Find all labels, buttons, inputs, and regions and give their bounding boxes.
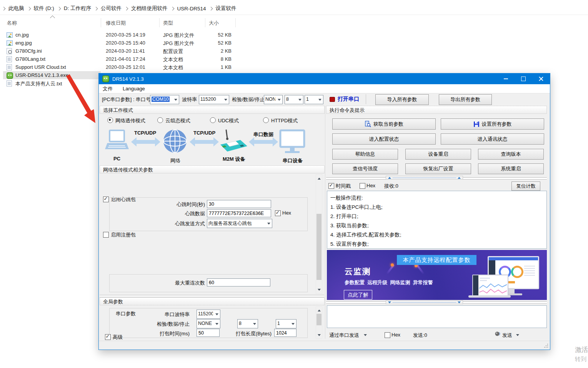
- radio-mode-udc-label[interactable]: UDC模式: [218, 117, 239, 124]
- send-hex-checkbox[interactable]: [385, 332, 390, 338]
- radio-mode-udc[interactable]: [210, 117, 216, 123]
- databits-combobox[interactable]: 8: [285, 95, 303, 104]
- advanced-checkbox[interactable]: [105, 334, 111, 340]
- chevron-down-icon[interactable]: [266, 219, 272, 228]
- send-input-area[interactable]: [327, 305, 547, 328]
- close-button[interactable]: [532, 73, 550, 84]
- collapse-handle[interactable]: [386, 300, 463, 304]
- global-baud-combobox[interactable]: 115200: [197, 310, 220, 319]
- scrollbar-thumb[interactable]: [316, 314, 321, 325]
- system-restart-button[interactable]: 系统重启: [478, 163, 544, 174]
- breadcrumb-item[interactable]: USR-DR514: [177, 6, 206, 12]
- radio-mode-cloud-label[interactable]: 云组态模式: [165, 117, 190, 124]
- timestamp-checkbox-label[interactable]: 时间戳: [336, 183, 351, 190]
- chevron-down-icon[interactable]: [252, 320, 258, 328]
- chevron-down-icon[interactable]: [214, 310, 220, 318]
- recv-hex-checkbox[interactable]: [360, 183, 365, 189]
- chevron-down-icon[interactable]: [317, 95, 323, 104]
- hb-time-input[interactable]: [207, 200, 271, 208]
- help-info-button[interactable]: 帮助信息: [332, 149, 398, 160]
- log-line: 5. 设置所有参数;: [330, 240, 543, 249]
- column-header-type[interactable]: 类型: [163, 20, 173, 27]
- chevron-down-icon[interactable]: [276, 95, 282, 104]
- scroll-down-icon[interactable]: [316, 286, 322, 293]
- send-via-label[interactable]: 通过串口发送: [329, 332, 359, 339]
- file-type: 文本文档: [163, 56, 183, 63]
- radio-mode-cloud[interactable]: [157, 117, 163, 123]
- reset-counter-button[interactable]: 复位计数: [511, 182, 540, 191]
- global-parity-combobox[interactable]: NONE: [197, 319, 220, 328]
- register-checkbox[interactable]: [103, 232, 109, 238]
- set-params-button[interactable]: 设置所有参数: [441, 118, 544, 130]
- column-divider[interactable]: [159, 18, 160, 27]
- collapse-handle[interactable]: [386, 176, 463, 180]
- export-params-button[interactable]: 导出所有参数: [439, 94, 492, 105]
- parity-combobox[interactable]: NONI: [264, 95, 283, 104]
- column-header-size[interactable]: 大小: [209, 20, 219, 27]
- promo-banner[interactable]: 本产品支持远程配置参数 云监测 参数配置 远程升级 网络监测 异常报警 点此了解: [327, 250, 547, 300]
- import-params-button[interactable]: 导入所有参数: [375, 94, 429, 105]
- factory-reset-button[interactable]: 恢复出厂设置: [405, 163, 471, 174]
- enter-config-button[interactable]: 进入配置状态: [332, 133, 436, 145]
- packtime-input[interactable]: [197, 329, 220, 337]
- radio-mode-transparent-label[interactable]: 网络透传模式: [115, 117, 145, 124]
- scroll-up-icon[interactable]: [316, 307, 322, 313]
- enter-comm-button[interactable]: 进入通讯状态: [441, 133, 544, 145]
- reconnect-input[interactable]: [207, 278, 270, 286]
- global-parity-label: 检验/数据/停止: [145, 321, 190, 328]
- register-checkbox-label[interactable]: 启用注册包: [111, 231, 136, 238]
- receive-log[interactable]: 一般操作流程: 1. 设备连PC串口,上电; 2. 打开串口; 3. 获取当前参…: [327, 191, 547, 249]
- radio-mode-httpd[interactable]: [263, 117, 269, 123]
- maximize-button[interactable]: [515, 73, 532, 84]
- device-restart-button[interactable]: 设备重启: [405, 149, 471, 160]
- send-dropdown-icon[interactable]: [516, 334, 519, 336]
- toolbar-divider: [366, 94, 366, 104]
- global-parity-value: NONE: [198, 321, 213, 326]
- menu-language[interactable]: Language: [123, 86, 145, 92]
- packlen-input[interactable]: [274, 329, 296, 337]
- params-scrollbar[interactable]: [316, 174, 322, 294]
- hb-mode-combobox[interactable]: 向服务器发送心跳包: [207, 219, 272, 228]
- global-databits-combobox[interactable]: 8: [237, 319, 258, 328]
- chevron-down-icon[interactable]: [223, 95, 229, 104]
- scroll-up-icon[interactable]: [316, 175, 322, 182]
- scroll-down-icon[interactable]: [316, 332, 322, 338]
- global-stopbits-combobox[interactable]: 1: [276, 319, 296, 328]
- scrollbar-thumb[interactable]: [316, 214, 321, 280]
- chevron-down-icon[interactable]: [214, 320, 220, 328]
- get-params-button[interactable]: 获取当前参数: [332, 118, 436, 130]
- heartbeat-checkbox[interactable]: [103, 196, 109, 202]
- signal-strength-button[interactable]: 查信号强度: [332, 163, 398, 174]
- open-port-button[interactable]: 打开串口: [330, 95, 364, 103]
- breadcrumb-item[interactable]: 设置软件: [216, 5, 237, 12]
- send-hex-label[interactable]: Hex: [391, 332, 400, 338]
- query-version-button[interactable]: 查询版本: [478, 149, 544, 160]
- hb-hex-checkbox[interactable]: [275, 210, 281, 216]
- hb-data-input[interactable]: [207, 209, 271, 217]
- global-scrollbar[interactable]: [316, 306, 322, 339]
- breadcrumb-item[interactable]: 文档组使用软件: [131, 5, 168, 12]
- stopbits-combobox[interactable]: 1: [305, 95, 323, 104]
- port-combobox[interactable]: COM10: [150, 95, 179, 104]
- chevron-down-icon[interactable]: [173, 95, 179, 104]
- chevron-down-icon[interactable]: [297, 95, 303, 104]
- recv-hex-label[interactable]: Hex: [366, 183, 375, 188]
- hb-hex-label[interactable]: Hex: [282, 210, 291, 216]
- resize-grip-icon[interactable]: [547, 347, 548, 348]
- column-divider[interactable]: [205, 18, 205, 27]
- send-button[interactable]: 发送: [502, 332, 512, 339]
- advanced-checkbox-label[interactable]: 高级: [113, 334, 123, 341]
- chevron-down-icon[interactable]: [290, 320, 296, 328]
- laptop-illustration: [472, 275, 508, 297]
- panel-divider[interactable]: [325, 106, 325, 339]
- column-divider[interactable]: [235, 18, 236, 27]
- timestamp-checkbox[interactable]: [328, 183, 334, 189]
- window-title: DR514 V2.1.3: [112, 76, 144, 82]
- baud-combobox[interactable]: 115200: [199, 95, 229, 104]
- title-bar[interactable]: DR514 V2.1.3: [99, 73, 550, 84]
- banner-cta-button[interactable]: 点此了解: [344, 290, 372, 300]
- send-via-dropdown-icon[interactable]: [364, 334, 367, 336]
- stopbits-value: 1: [306, 97, 316, 102]
- minimize-button[interactable]: [497, 73, 515, 84]
- radio-mode-httpd-label[interactable]: HTTPD模式: [271, 117, 298, 124]
